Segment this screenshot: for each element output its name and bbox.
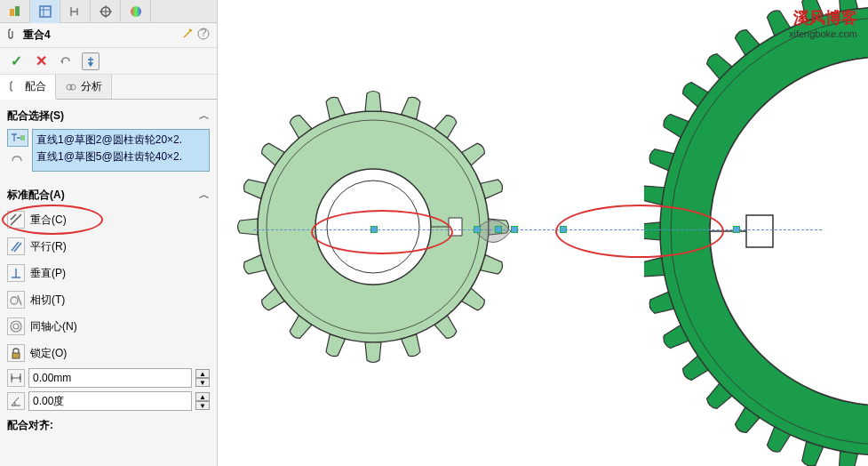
tab-config[interactable]: [60, 0, 91, 23]
mate-coincident[interactable]: 重合(C): [0, 206, 217, 233]
angle-input[interactable]: [28, 391, 192, 411]
feature-header: 重合4 ?: [0, 23, 217, 48]
gear-large[interactable]: [644, 0, 868, 466]
pin-button[interactable]: [82, 52, 100, 70]
svg-rect-13: [20, 135, 25, 141]
property-panel: 重合4 ? ✓ ✕ 配合 分析 配合选择(S) ︿: [0, 0, 218, 466]
alignment-label: 配合对齐:: [7, 418, 53, 433]
selection-item[interactable]: 直线1@草图5@圆柱齿轮40×2.: [35, 149, 207, 165]
svg-rect-17: [12, 353, 20, 358]
svg-point-15: [11, 321, 21, 332]
chevron-up-icon: ︿: [199, 188, 210, 203]
tab-mate-label: 配合: [25, 79, 46, 94]
svg-rect-0: [10, 9, 14, 16]
alignment-header: 配合对齐:: [0, 413, 217, 435]
standard-header-label: 标准配合(A): [7, 188, 65, 203]
tab-analysis[interactable]: 分析: [56, 75, 112, 99]
watermark-en: xifengboke.com: [789, 28, 857, 39]
tangent-icon: [7, 291, 25, 309]
coincident-icon: [7, 211, 25, 229]
selection-header-label: 配合选择(S): [7, 108, 64, 124]
undo-button[interactable]: [57, 52, 75, 70]
svg-point-8: [131, 6, 141, 17]
tab-target[interactable]: [91, 0, 121, 23]
spin-up[interactable]: ▲: [195, 392, 210, 401]
distance-icon: [7, 369, 25, 387]
selection-mode-icons: [7, 129, 28, 172]
lock-icon: [7, 344, 25, 362]
distance-spinner: ▲ ▼: [195, 369, 210, 387]
concentric-icon: [7, 317, 25, 335]
svg-point-22: [315, 169, 431, 285]
spin-down[interactable]: ▼: [195, 378, 210, 387]
mate-label: 相切(T): [30, 293, 65, 308]
svg-text:?: ?: [201, 28, 207, 39]
tab-feature-tree[interactable]: [30, 0, 60, 23]
chevron-up-icon: ︿: [199, 108, 210, 124]
svg-point-12: [70, 84, 76, 90]
sel-components-icon[interactable]: [7, 149, 28, 166]
feature-title: 重合4: [23, 28, 178, 43]
selection-section: 配合选择(S) ︿ 直线1@草图2@圆柱齿轮20×2. 直线1@草图5@圆柱齿轮…: [0, 100, 217, 179]
angle-icon: [7, 392, 25, 410]
tab-appearance[interactable]: [121, 0, 151, 23]
svg-point-14: [11, 297, 18, 304]
selection-list[interactable]: 直线1@草图2@圆柱齿轮20×2. 直线1@草图5@圆柱齿轮40×2.: [32, 129, 210, 172]
mate-label: 锁定(O): [30, 346, 67, 361]
spin-down[interactable]: ▼: [195, 401, 210, 410]
svg-rect-1: [15, 6, 20, 16]
mate-lock[interactable]: 锁定(O): [0, 340, 217, 366]
mate-list: 重合(C) 平行(R) 垂直(P) 相切(T): [0, 206, 217, 366]
selection-row: 直线1@草图2@圆柱齿轮20×2. 直线1@草图5@圆柱齿轮40×2.: [7, 127, 210, 173]
cancel-button[interactable]: ✕: [32, 52, 50, 70]
parallel-icon: [7, 237, 25, 255]
tab-assembly[interactable]: [0, 0, 30, 23]
command-row: ✓ ✕: [0, 48, 217, 75]
tab-mate[interactable]: 配合: [0, 75, 56, 100]
svg-rect-2: [40, 6, 51, 17]
svg-point-16: [13, 324, 19, 329]
watermark: 溪风博客 xifengboke.com: [789, 7, 857, 39]
wand-icon[interactable]: [181, 28, 194, 43]
angle-row: ▲ ▼: [0, 390, 217, 413]
spin-up[interactable]: ▲: [195, 369, 210, 378]
ok-button[interactable]: ✓: [7, 52, 25, 70]
mate-label: 重合(C): [30, 213, 67, 228]
mate-tangent[interactable]: 相切(T): [0, 286, 217, 313]
sub-tab-row: 配合 分析: [0, 75, 217, 100]
distance-row: ▲ ▼: [0, 366, 217, 390]
selection-header[interactable]: 配合选择(S) ︿: [7, 105, 210, 127]
mate-label: 平行(R): [30, 239, 67, 254]
mate-perpendicular[interactable]: 垂直(P): [0, 260, 217, 286]
axis-marker: [560, 226, 567, 233]
mate-label: 同轴心(N): [30, 319, 77, 334]
mate-label: 垂直(P): [30, 266, 66, 281]
perpendicular-icon: [7, 264, 25, 282]
standard-mates-section: 标准配合(A) ︿ 重合(C) 平行(R) 垂直(P): [0, 179, 217, 440]
standard-header[interactable]: 标准配合(A) ︿: [0, 184, 217, 206]
selection-item[interactable]: 直线1@草图2@圆柱齿轮20×2.: [35, 132, 207, 149]
help-icon[interactable]: ?: [197, 28, 210, 43]
distance-input[interactable]: [28, 368, 192, 388]
mate-indicator: [466, 200, 538, 262]
sel-entities-icon[interactable]: [7, 129, 28, 147]
mate-parallel[interactable]: 平行(R): [0, 233, 217, 260]
mate-concentric[interactable]: 同轴心(N): [0, 313, 217, 340]
tab-analysis-label: 分析: [81, 79, 102, 94]
clip-icon: [7, 28, 20, 43]
top-tab-row: [0, 0, 217, 23]
angle-spinner: ▲ ▼: [195, 392, 210, 410]
watermark-cn: 溪风博客: [789, 7, 857, 28]
viewport[interactable]: 溪风博客 xifengboke.com: [218, 0, 868, 466]
